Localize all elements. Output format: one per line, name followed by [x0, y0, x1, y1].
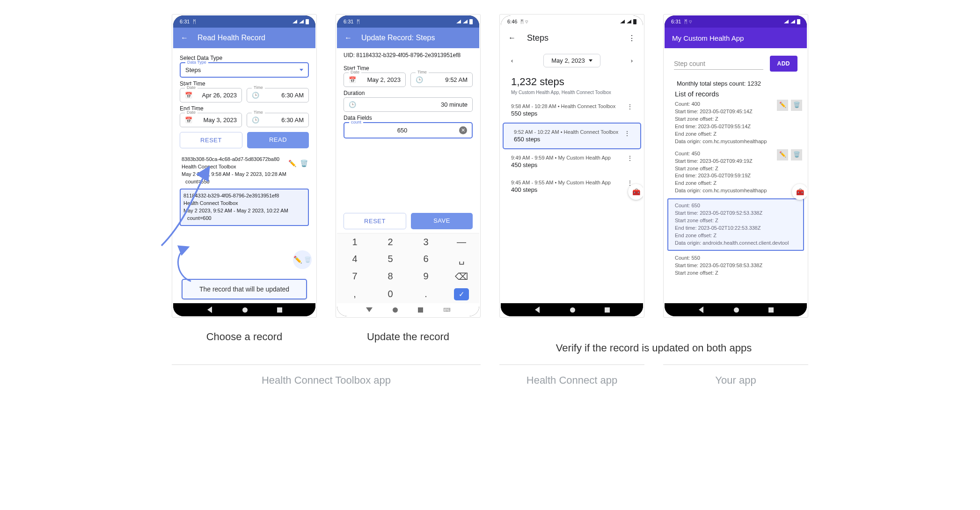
edit-icon[interactable]: ✏️	[777, 149, 788, 160]
date-legend: Date	[185, 110, 197, 115]
nav-recent-icon[interactable]	[768, 307, 774, 313]
phone-frame-2: 6:31 ᛗ ← Update Record: Steps UID: 81184…	[336, 14, 481, 318]
key-5[interactable]: 5	[373, 250, 408, 268]
nav-home-icon[interactable]	[242, 307, 248, 313]
app-bar: My Custom Health App	[665, 28, 807, 48]
data-type-dropdown[interactable]: Data Type Steps	[180, 62, 309, 78]
edit-icon[interactable]: ✏️	[288, 159, 296, 168]
nav-recent-icon[interactable]	[605, 307, 610, 313]
record-item-highlighted: 81184332-b329-4f05-8796-2e3913951ef8 Hea…	[180, 189, 309, 226]
phone-column-4: 6:31 ᛗ ♡ My Custom Health App Step count…	[663, 14, 808, 318]
step-count-input[interactable]: Step count	[674, 58, 763, 70]
record-time: 9:58 AM - 10:28 AM • Health Connect Tool…	[511, 103, 623, 109]
nav-home-icon[interactable]	[570, 307, 575, 313]
more-icon[interactable]: ⋮	[627, 103, 633, 117]
reset-button[interactable]: RESET	[180, 132, 242, 148]
sub-caption-1: Health Connect Toolbox app	[172, 374, 481, 386]
record-id: 81184332-b329-4f05-8796-2e3913951ef8	[183, 192, 305, 200]
rec-field: Start zone offset: Z	[675, 270, 797, 277]
edit-icon[interactable]: ✏️	[777, 100, 788, 111]
record-time: 9:52 AM - 10:22 AM • Health Connect Tool…	[514, 129, 621, 135]
sub-caption-2: Health Connect app	[499, 374, 644, 386]
number-keypad: 1 2 3 — 4 5 6 ␣ 7 8 9 ⌫ , 0 .	[337, 233, 479, 303]
key-6[interactable]: 6	[408, 250, 444, 268]
key-1[interactable]: 1	[337, 233, 373, 250]
start-date-field[interactable]: Date 📅 Apr 26, 2023	[180, 88, 242, 102]
toolbox-fab[interactable]: 🧰	[628, 184, 643, 200]
record-time: 9:49 AM - 9:59 AM • My Custom Health App	[511, 155, 623, 160]
reset-button[interactable]: RESET	[344, 213, 406, 229]
nav-back-icon[interactable]	[699, 306, 703, 313]
rec-field: Start time: 2023-05-02T09:58:53.338Z	[675, 262, 797, 270]
next-day-icon[interactable]: ›	[631, 57, 633, 64]
key-7[interactable]: 7	[337, 268, 373, 285]
nav-back-icon[interactable]	[535, 306, 540, 313]
back-icon[interactable]: ←	[344, 34, 352, 42]
end-time-field[interactable]: Time 🕒 6:30 AM	[247, 113, 309, 127]
nav-home-icon[interactable]	[734, 307, 739, 313]
key-backspace[interactable]: ⌫	[444, 268, 479, 285]
nav-back-icon[interactable]	[207, 306, 212, 313]
prev-day-icon[interactable]: ‹	[511, 57, 513, 64]
key-9[interactable]: 9	[408, 268, 444, 285]
date-legend: Date	[185, 85, 197, 90]
add-button[interactable]: ADD	[770, 56, 798, 72]
delete-icon[interactable]: 🗑️	[300, 159, 308, 168]
record-block: ✏️🗑️ Count: 400 Start time: 2023-05-02T0…	[665, 100, 807, 149]
key-2[interactable]: 2	[373, 233, 408, 250]
toolbox-fab[interactable]: 🧰	[792, 184, 807, 200]
app-bar-title: Update Record: Steps	[361, 34, 435, 42]
delete-icon[interactable]: 🗑️	[791, 100, 802, 111]
back-icon[interactable]: ←	[508, 34, 516, 42]
phone-column-3: 6:46 ᛗ ♡ ← Steps ⋮ ‹ May 2, 2023	[499, 14, 644, 318]
screen-content: Select Data Type Data Type Steps Start T…	[173, 48, 315, 303]
time-legend: Time	[252, 110, 265, 115]
status-bar: 6:31 ᛗ	[173, 15, 315, 28]
duration-field[interactable]: 🕒 30 minute	[344, 97, 473, 112]
app-bar: ← Read Health Record	[173, 28, 315, 48]
data-type-legend: Data Type	[185, 60, 208, 65]
delete-icon[interactable]: 🗑️	[791, 149, 802, 160]
phones-row: 6:31 ᛗ ← Read Health Record Select Data …	[19, 14, 961, 343]
end-date-field[interactable]: Date 📅 May 3, 2023	[180, 113, 242, 127]
rec-field: Start zone offset: Z	[675, 116, 797, 123]
key-4[interactable]: 4	[337, 250, 373, 268]
key-8[interactable]: 8	[373, 268, 408, 285]
nav-recent-icon[interactable]	[277, 307, 282, 313]
status-time: 6:31	[180, 19, 190, 24]
nav-back-icon[interactable]	[366, 307, 373, 312]
start-date-field[interactable]: Date 📅 May 2, 2023	[344, 73, 406, 87]
keyboard-icon[interactable]: ⌨	[443, 307, 451, 313]
record-block-highlighted: Count: 650 Start time: 2023-05-02T09:52:…	[667, 198, 804, 251]
key-comma[interactable]: ,	[337, 285, 373, 303]
start-time-field[interactable]: Time 🕒 9:52 AM	[410, 73, 473, 87]
nav-recent-icon[interactable]	[418, 307, 423, 313]
read-button[interactable]: READ	[247, 132, 309, 148]
clock-icon: 🕒	[349, 101, 356, 108]
key-space[interactable]: ␣	[444, 250, 479, 268]
date-picker[interactable]: May 2, 2023	[543, 54, 600, 67]
more-icon[interactable]: ⋮	[624, 129, 630, 143]
key-3[interactable]: 3	[408, 233, 444, 250]
record-row: 9:49 AM - 9:59 AM • My Custom Health App…	[501, 149, 643, 174]
key-dot[interactable]: .	[408, 285, 444, 303]
count-field[interactable]: count 650 ✕	[344, 122, 473, 138]
caption-3: Verify if the record is updated on both …	[499, 342, 808, 354]
key-0[interactable]: 0	[373, 285, 408, 303]
key-dash[interactable]: —	[444, 233, 479, 250]
key-done[interactable]: ✓	[444, 285, 479, 303]
more-icon[interactable]: ⋮	[628, 34, 636, 43]
time-legend: Time	[416, 70, 429, 74]
start-time-field[interactable]: Time 🕒 6:30 AM	[247, 88, 309, 102]
save-button[interactable]: SAVE	[411, 213, 473, 229]
screen-content: Step count ADD Monthly total steps count…	[665, 48, 807, 303]
clear-icon[interactable]: ✕	[459, 126, 467, 134]
back-icon[interactable]: ←	[181, 34, 188, 42]
phone-frame-3: 6:46 ᛗ ♡ ← Steps ⋮ ‹ May 2, 2023	[499, 14, 644, 318]
more-icon[interactable]: ⋮	[627, 155, 633, 168]
nav-home-icon[interactable]	[393, 307, 398, 313]
edit-highlight-circle[interactable]: ✏️ 🗑️	[293, 250, 312, 269]
list-heading: List of records	[665, 89, 807, 100]
signal-icon	[463, 20, 468, 23]
nav-bar	[665, 303, 807, 316]
